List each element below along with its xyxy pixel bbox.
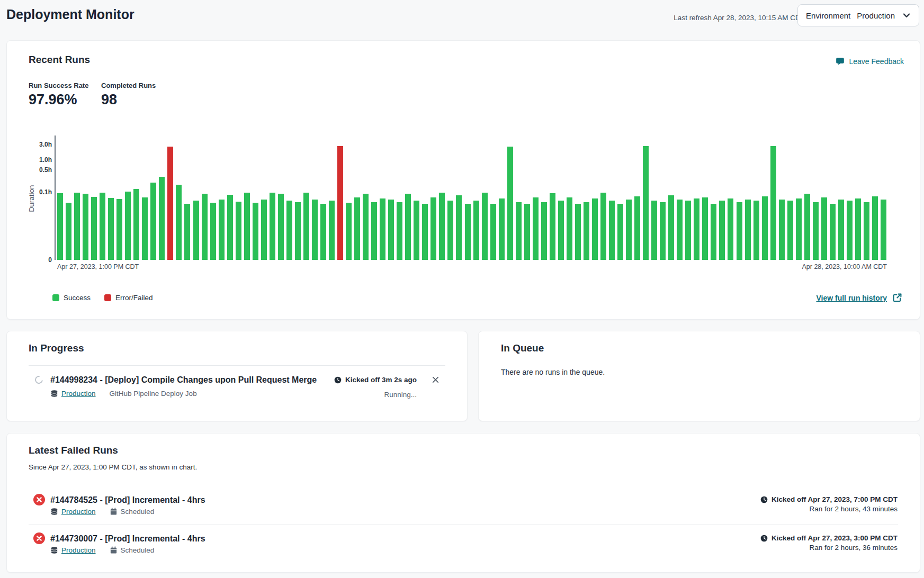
- chart-bar-success[interactable]: [363, 194, 369, 260]
- chart-bar-success[interactable]: [108, 198, 114, 260]
- chart-bar-success[interactable]: [388, 200, 394, 260]
- chart-bar-success[interactable]: [473, 201, 479, 260]
- environment-tag[interactable]: Production: [50, 546, 96, 554]
- chart-bar-success[interactable]: [711, 204, 716, 260]
- chart-bar-success[interactable]: [159, 177, 165, 260]
- chart-bar-success[interactable]: [796, 198, 802, 260]
- chart-bar-success[interactable]: [430, 197, 436, 260]
- chart-bar-success[interactable]: [855, 198, 861, 260]
- chart-bar-success[interactable]: [872, 196, 878, 260]
- chart-bar-success[interactable]: [354, 197, 360, 260]
- leave-feedback-button[interactable]: Leave Feedback: [836, 57, 904, 66]
- chart-bar-success[interactable]: [490, 204, 496, 260]
- chart-bar-success[interactable]: [550, 193, 555, 260]
- chart-bar-success[interactable]: [176, 185, 182, 260]
- chart-bar-success[interactable]: [592, 198, 598, 260]
- chart-bar-success[interactable]: [609, 201, 615, 260]
- chart-bar-success[interactable]: [499, 198, 505, 260]
- view-full-run-history-link[interactable]: View full run history: [816, 293, 902, 303]
- chart-bar-success[interactable]: [202, 194, 208, 260]
- chart-bar-success[interactable]: [804, 194, 810, 260]
- chart-bar-success[interactable]: [57, 193, 63, 260]
- close-run-button[interactable]: [431, 375, 441, 385]
- chart-bar-success[interactable]: [278, 194, 284, 260]
- chart-bar-success[interactable]: [116, 199, 122, 260]
- chart-bar-success[interactable]: [456, 195, 462, 260]
- chart-bar-success[interactable]: [83, 194, 88, 260]
- chart-bar-success[interactable]: [346, 203, 352, 260]
- chart-bar-success[interactable]: [847, 201, 853, 260]
- chart-bar-error[interactable]: [337, 146, 343, 260]
- chart-bar-success[interactable]: [787, 201, 793, 260]
- chart-bar-success[interactable]: [244, 193, 250, 260]
- chart-bar-success[interactable]: [516, 202, 522, 260]
- chart-bar-success[interactable]: [677, 200, 683, 260]
- chart-bar-success[interactable]: [541, 202, 547, 260]
- chart-bar-success[interactable]: [219, 200, 225, 260]
- chart-bar-success[interactable]: [770, 146, 776, 260]
- chart-bar-success[interactable]: [465, 204, 471, 260]
- chart-bar-success[interactable]: [329, 201, 335, 260]
- chart-bar-success[interactable]: [533, 197, 539, 260]
- chart-bar-success[interactable]: [405, 194, 411, 260]
- chart-bar-success[interactable]: [100, 193, 105, 260]
- chart-bar-success[interactable]: [236, 202, 241, 260]
- environment-tag[interactable]: Production: [50, 508, 96, 516]
- chart-bar-success[interactable]: [719, 201, 725, 260]
- chart-bar-success[interactable]: [133, 189, 139, 260]
- chart-bar-success[interactable]: [567, 197, 572, 260]
- chart-bar-success[interactable]: [685, 201, 691, 260]
- chart-bar-success[interactable]: [584, 202, 589, 260]
- chart-bar-success[interactable]: [422, 204, 428, 260]
- chart-bar-success[interactable]: [210, 203, 216, 260]
- environment-dropdown[interactable]: Environment Production: [797, 4, 919, 26]
- chart-bar-success[interactable]: [830, 204, 836, 260]
- chart-plot[interactable]: [57, 137, 887, 260]
- chart-bar-success[interactable]: [762, 196, 768, 260]
- chart-bar-success[interactable]: [702, 197, 708, 260]
- chart-bar-success[interactable]: [286, 201, 292, 260]
- chart-bar-success[interactable]: [813, 202, 819, 260]
- chart-bar-success[interactable]: [261, 200, 267, 260]
- chart-bar-success[interactable]: [142, 197, 148, 260]
- chart-bar-success[interactable]: [864, 202, 869, 260]
- chart-bar-success[interactable]: [694, 198, 699, 260]
- chart-bar-success[interactable]: [184, 204, 190, 260]
- chart-bar-success[interactable]: [881, 200, 886, 260]
- chart-bar-success[interactable]: [617, 204, 623, 260]
- chart-bar-success[interactable]: [668, 195, 674, 260]
- chart-bar-success[interactable]: [745, 200, 751, 260]
- chart-bar-success[interactable]: [193, 201, 199, 260]
- chart-bar-success[interactable]: [482, 193, 488, 260]
- chart-bar-success[interactable]: [626, 200, 632, 260]
- chart-bar-success[interactable]: [320, 204, 326, 260]
- chart-bar-success[interactable]: [600, 193, 606, 260]
- chart-bar-success[interactable]: [779, 200, 785, 260]
- environment-tag[interactable]: Production: [50, 390, 96, 398]
- chart-bar-success[interactable]: [66, 203, 71, 260]
- chart-bar-success[interactable]: [414, 201, 419, 260]
- chart-bar-success[interactable]: [447, 201, 453, 260]
- chart-bar-success[interactable]: [380, 198, 385, 260]
- chart-bar-success[interactable]: [74, 193, 80, 260]
- chart-bar-success[interactable]: [651, 201, 657, 260]
- chart-bar-success[interactable]: [270, 193, 275, 260]
- chart-bar-success[interactable]: [821, 197, 827, 260]
- chart-bar-success[interactable]: [303, 193, 309, 260]
- chart-bar-success[interactable]: [91, 197, 97, 260]
- chart-bar-error[interactable]: [167, 147, 173, 260]
- chart-bar-success[interactable]: [634, 196, 640, 260]
- chart-bar-success[interactable]: [558, 201, 564, 260]
- chart-bar-success[interactable]: [643, 146, 649, 260]
- chart-bar-success[interactable]: [737, 202, 742, 260]
- chart-bar-success[interactable]: [125, 192, 131, 260]
- chart-bar-success[interactable]: [253, 203, 258, 260]
- chart-bar-success[interactable]: [371, 202, 377, 260]
- chart-bar-success[interactable]: [439, 193, 445, 260]
- chart-bar-success[interactable]: [227, 195, 233, 260]
- chart-bar-success[interactable]: [728, 198, 733, 260]
- chart-bar-success[interactable]: [150, 183, 156, 260]
- chart-bar-success[interactable]: [575, 204, 581, 260]
- chart-bar-success[interactable]: [397, 202, 402, 260]
- chart-bar-success[interactable]: [524, 204, 530, 260]
